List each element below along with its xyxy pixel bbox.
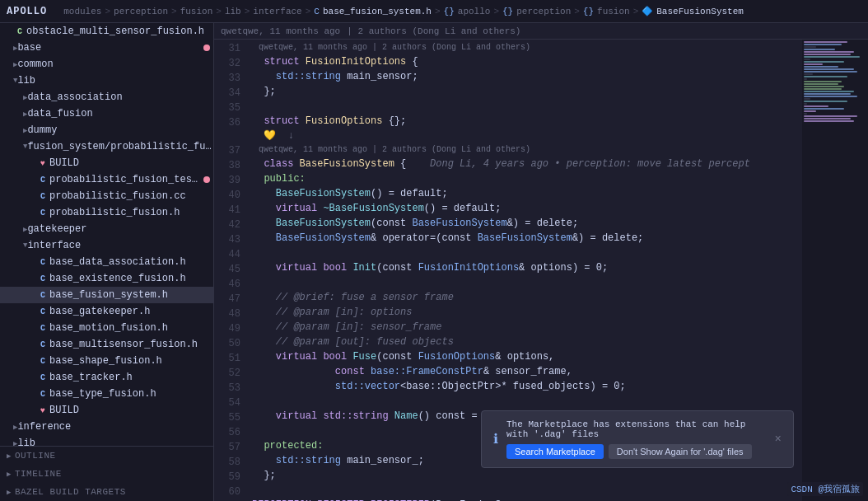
code-line: struct FusionInitOptions { (252, 54, 796, 69)
sidebar-item-label: base_existence_fusion.h (49, 273, 213, 284)
code-line: virtual bool Init(const FusionInitOption… (252, 260, 796, 275)
c-file-icon: C (36, 291, 49, 300)
sidebar-item-lib2[interactable]: ▶ lib (0, 435, 213, 446)
timeline-section[interactable]: ▶ TIMELINE (0, 465, 213, 483)
main-layout: C obstacle_multi_sensor_fusion.h ▶ base … (0, 23, 868, 501)
line-numbers: 31 32 33 34 35 36 37 38 39 40 41 42 43 4… (214, 40, 245, 501)
code-line: }; (252, 84, 796, 99)
sidebar-item-prob-test[interactable]: C probabilistic_fusion_test.cc (0, 171, 213, 188)
sidebar-item-obstacle-file[interactable]: C obstacle_multi_sensor_fusion.h (0, 23, 213, 40)
code-line: BaseFusionSystem() = default; (252, 186, 796, 201)
outline-section[interactable]: ▶ OUTLINE (0, 447, 213, 465)
sidebar: C obstacle_multi_sensor_fusion.h ▶ base … (0, 23, 214, 501)
sidebar-item-label: base_multisensor_fusion.h (49, 339, 213, 350)
c-file-icon: C (36, 176, 49, 185)
sidebar-item-base[interactable]: ▶ base (0, 40, 213, 56)
bazel-section[interactable]: ▶ BAZEL BUILD TARGETS (0, 483, 213, 501)
sidebar-item-label: BUILD (49, 157, 213, 169)
code-line (252, 246, 796, 260)
c-file-icon: C (36, 373, 49, 382)
sidebar-item-base-fusion-sys[interactable]: C base_fusion_system.h (0, 287, 213, 303)
code-line: BaseFusionSystem(const BaseFusionSystem&… (252, 216, 796, 231)
dont-show-btn[interactable]: Don't Show Again for '.dag' files (609, 444, 752, 459)
code-line (252, 275, 796, 290)
sidebar-item-base-exist[interactable]: C base_existence_fusion.h (0, 270, 213, 287)
code-line: virtual ~BaseFusionSystem() = default; (252, 201, 796, 216)
sidebar-item-label: base_type_fusion.h (49, 388, 213, 400)
code-line: struct FusionOptions {}; (252, 114, 796, 129)
sidebar-item-base-motion[interactable]: C base_motion_fusion.h (0, 320, 213, 336)
sidebar-item-data-fusion[interactable]: ▶ data_fusion (0, 105, 213, 122)
sidebar-item-label: base_motion_fusion.h (49, 322, 213, 334)
sidebar-item-base-shape[interactable]: C base_shape_fusion.h (0, 353, 213, 369)
sidebar-item-inference[interactable]: ▶ inference (0, 419, 213, 435)
c-file-icon: C (36, 307, 49, 316)
sidebar-item-label: probabilistic_fusion.h (49, 207, 213, 218)
code-line: // @brief: fuse a sensor frame (252, 290, 796, 305)
sidebar-item-prob-h[interactable]: C probabilistic_fusion.h (0, 204, 213, 221)
sidebar-item-label: base (17, 42, 203, 54)
top-bar: APOLLO modules > perception > fusion > l… (0, 0, 868, 23)
code-line: std::vector<base::ObjectPtr>* fused_obje… (252, 379, 796, 394)
sidebar-item-label: gatekeeper (27, 223, 213, 235)
c-file-icon: C (36, 258, 49, 267)
sidebar-item-lib[interactable]: ▼ lib (0, 73, 213, 89)
sidebar-item-label: BUILD (49, 405, 213, 416)
search-marketplace-btn[interactable]: Search Marketplace (506, 444, 604, 459)
c-file-icon: C (36, 274, 49, 283)
code-line: PERCEPTION_REGISTER_REGISTERER(BaseFusio… (252, 498, 796, 501)
sidebar-item-gatekeeper[interactable]: ▶ gatekeeper (0, 221, 213, 237)
editor-area: qwetqwe, 11 months ago | 2 authors (Dong… (214, 23, 868, 501)
sidebar-item-label: data_association (27, 91, 213, 103)
sidebar-item-base-gatekeeper[interactable]: C base_gatekeeper.h (0, 303, 213, 320)
sidebar-item-label: base_data_association.h (49, 256, 213, 268)
sidebar-item-base-data-assoc[interactable]: C base_data_association.h (0, 254, 213, 270)
file-tree[interactable]: C obstacle_multi_sensor_fusion.h ▶ base … (0, 23, 213, 446)
code-line: // @param [in]: options (252, 305, 796, 320)
sidebar-item-build2[interactable]: ♥ BUILD (0, 402, 213, 419)
chevron-right-icon: ▶ (7, 452, 12, 461)
sidebar-item-label: lib (17, 75, 213, 87)
sidebar-item-interface[interactable]: ▼ interface (0, 237, 213, 254)
code-line (252, 394, 796, 409)
sidebar-item-label: dummy (27, 124, 213, 136)
sidebar-item-label: probabilistic_fusion_test.cc (49, 174, 203, 185)
code-line (252, 99, 796, 114)
h-file-icon: C (13, 27, 26, 36)
sidebar-item-label: common (17, 59, 213, 70)
app-title: APOLLO (7, 6, 47, 17)
sidebar-item-prob-cc[interactable]: C probabilistic_fusion.cc (0, 188, 213, 204)
code-editor[interactable]: 31 32 33 34 35 36 37 38 39 40 41 42 43 4… (214, 40, 868, 501)
code-line: class BaseFusionSystem { Dong Li, 4 year… (252, 157, 796, 171)
sidebar-item-label: lib (17, 438, 213, 446)
sidebar-item-label: data_fusion (27, 108, 213, 119)
sidebar-item-base-type[interactable]: C base_type_fusion.h (0, 386, 213, 402)
breadcrumb: modules > perception > fusion > lib > in… (63, 6, 861, 16)
notification-actions: Search Marketplace Don't Show Again for … (506, 444, 767, 459)
close-notification-btn[interactable]: × (775, 433, 782, 446)
chevron-right-icon: ▶ (7, 470, 12, 479)
sidebar-item-label: interface (27, 240, 213, 251)
notification-popup: ℹ The Marketplace has extensions that ca… (481, 410, 794, 468)
heart-icon: ♥ (36, 159, 49, 168)
code-line: }; (252, 468, 796, 483)
sidebar-item-label: inference (17, 421, 213, 433)
sidebar-item-common[interactable]: ▶ common (0, 56, 213, 73)
sidebar-item-base-tracker[interactable]: C base_tracker.h (0, 369, 213, 386)
code-line: 💛 ↓ (252, 129, 796, 143)
sidebar-item-fusion-sys[interactable]: ▼ fusion_system/probabilistic_fu... (0, 138, 213, 155)
c-file-icon: C (36, 208, 49, 218)
git-annotation-mid: qwetqwe, 11 months ago | 2 authors (Dong… (252, 143, 796, 157)
sidebar-item-build1[interactable]: ♥ BUILD (0, 155, 213, 171)
git-collaborators: | 2 authors (Dong Li and others) (347, 26, 520, 36)
code-line: std::string main_sensor; (252, 69, 796, 84)
sidebar-item-dummy[interactable]: ▶ dummy (0, 122, 213, 138)
bazel-label: BAZEL BUILD TARGETS (15, 487, 126, 497)
sidebar-item-base-multisensor[interactable]: C base_multisensor_fusion.h (0, 336, 213, 353)
watermark: CSDN @我宿孤旅 (787, 482, 863, 496)
sidebar-item-data-assoc[interactable]: ▶ data_association (0, 89, 213, 105)
notification-text: The Marketplace has extensions that can … (506, 419, 767, 439)
code-line: virtual bool Fuse(const FusionOptions& o… (252, 349, 796, 364)
heart-icon: ♥ (36, 406, 49, 415)
code-line: BaseFusionSystem& operator=(const BaseFu… (252, 231, 796, 246)
